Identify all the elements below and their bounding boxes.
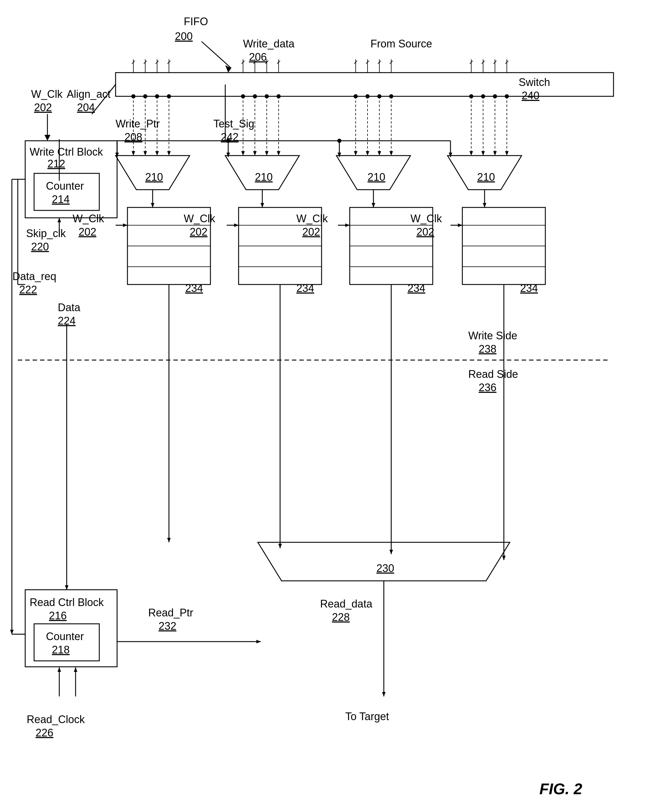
svg-marker-168 [74,667,77,672]
mux-210-3-ref: 210 [367,171,385,183]
svg-marker-104 [449,152,452,157]
svg-point-53 [253,94,257,98]
from-source-label: From Source [371,38,432,50]
svg-marker-116 [458,223,462,227]
svg-marker-118 [151,203,154,208]
w-clk-top-ref: 202 [34,102,52,114]
svg-point-46 [155,94,159,98]
read-side-ref: 236 [479,381,497,394]
fifo-234-1-ref: 234 [185,282,203,294]
fifo-ref: 200 [175,30,193,42]
svg-marker-83 [389,151,393,155]
svg-marker-153 [389,550,393,554]
svg-point-68 [469,94,473,98]
read-data-label: Read_data [320,598,372,610]
svg-marker-120 [260,203,264,208]
align-act-ref: 204 [77,102,95,114]
data-req-ref: 222 [19,284,37,296]
svg-point-55 [277,94,281,98]
svg-line-0 [201,42,231,68]
svg-marker-85 [481,151,485,155]
fifo-234-4-ref: 234 [520,282,538,294]
svg-point-47 [167,94,171,98]
svg-point-61 [366,94,370,98]
write-data-ref: 206 [249,51,267,63]
svg-point-45 [143,94,147,98]
fifo-234-3-ref: 234 [407,282,425,294]
w-clk-1-ref: 202 [78,226,96,238]
svg-point-54 [264,94,269,98]
read-ctrl-label: Read Ctrl Block [30,596,104,608]
data-label: Data [58,301,81,314]
svg-point-70 [493,94,497,98]
svg-marker-86 [493,151,497,155]
read-data-ref: 228 [332,611,350,623]
w-clk-3-ref: 202 [302,226,320,238]
svg-marker-143 [10,630,14,634]
svg-marker-73 [143,151,147,155]
svg-point-44 [131,94,135,98]
switch-label: Switch [519,76,550,88]
counter-214-ref: 214 [52,193,70,205]
read-ptr-label: Read_Ptr [148,607,193,619]
svg-marker-87 [505,151,509,155]
svg-marker-84 [469,151,473,155]
svg-marker-101 [338,152,341,157]
write-side-ref: 238 [479,343,497,355]
svg-marker-76 [241,151,245,155]
svg-marker-79 [277,151,280,155]
fifo-234-2-ref: 234 [297,282,314,294]
switch-ref: 240 [522,89,540,102]
read-ctrl-ref: 216 [49,610,67,622]
svg-marker-159 [65,585,68,590]
svg-marker-72 [132,151,135,155]
mux-210-2-ref: 210 [255,171,273,183]
test-sig-label: Test_Sig [214,118,254,130]
svg-marker-112 [234,223,238,227]
svg-marker-122 [372,203,375,208]
svg-marker-80 [354,151,357,155]
counter-218-ref: 218 [52,644,70,656]
svg-point-63 [389,94,393,98]
svg-point-71 [505,94,509,98]
write-side-label: Write Side [468,329,517,342]
fig-2-label: FIG. 2 [540,780,583,798]
svg-point-62 [377,94,381,98]
data-req-label: Data_req [12,270,56,282]
write-ctrl-label: Write Ctrl Block [30,146,103,158]
svg-marker-110 [123,223,128,227]
svg-marker-77 [253,151,257,155]
svg-marker-149 [167,538,171,542]
svg-marker-1 [225,65,231,72]
svg-point-52 [241,94,245,98]
svg-marker-36 [45,135,51,141]
skip-clk-ref: 220 [31,241,49,253]
mux-210-4-ref: 210 [477,171,495,183]
svg-point-60 [354,94,358,98]
svg-marker-81 [366,151,369,155]
fifo-label: FIFO [184,15,208,28]
svg-marker-164 [382,692,386,697]
read-clock-ref: 226 [35,727,53,739]
skip-clk-label: Skip_clk [26,227,66,240]
svg-marker-114 [345,223,350,227]
read-clock-label: Read_Clock [27,713,85,726]
w-clk-top-label: W_Clk [31,88,63,100]
write-ctrl-ref: 212 [48,158,65,170]
to-target-label: To Target [345,710,389,723]
w-clk-1-label: W_Clk [72,212,105,225]
svg-marker-82 [378,151,381,155]
svg-marker-78 [265,151,269,155]
svg-marker-97 [226,152,230,157]
svg-marker-155 [502,556,506,560]
svg-marker-75 [167,151,171,155]
write-ptr-ref: 208 [125,131,142,143]
w-clk-3-label: W_Clk [297,212,328,225]
svg-marker-74 [155,151,159,155]
write-data-label: Write_data [243,38,295,50]
mux-210-1-ref: 210 [145,171,163,183]
svg-point-69 [481,94,485,98]
svg-marker-107 [57,218,61,222]
svg-marker-151 [278,544,282,548]
w-clk-4-ref: 202 [417,226,434,238]
